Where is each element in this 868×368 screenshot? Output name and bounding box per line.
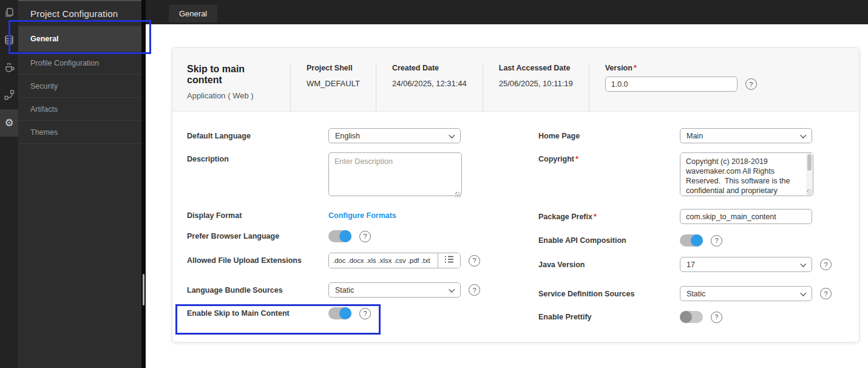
project-shell-block: Project Shell WM_DEFAULT xyxy=(290,64,376,111)
service-definition-sources-label: Service Definition Sources xyxy=(538,290,680,298)
sidebar-item-artifacts[interactable]: Artifacts xyxy=(18,97,141,120)
copyright-textarea[interactable]: Copyright (c) 2018-2019 wavemaker.com Al… xyxy=(680,152,813,196)
top-tab-bar: General xyxy=(146,0,868,24)
display-format-label: Display Format xyxy=(187,211,328,220)
enable-api-composition-toggle[interactable] xyxy=(680,234,703,247)
config-sidebar: Project Configuration General Profile Co… xyxy=(18,0,141,368)
last-accessed-block: Last Accessed Date 25/06/2025, 10:11:19 xyxy=(483,64,589,111)
main-content: Skip to main content Application ( Web )… xyxy=(146,24,868,368)
description-textarea[interactable] xyxy=(328,152,462,196)
rail-item-pages[interactable] xyxy=(0,0,18,27)
help-icon[interactable]: ? xyxy=(469,284,480,296)
prefer-browser-language-row: Prefer Browser Language ? xyxy=(187,230,538,242)
rail-item-workflow[interactable] xyxy=(0,82,18,109)
chevron-down-icon xyxy=(800,132,806,138)
enable-api-composition-label: Enable API Composition xyxy=(538,236,680,245)
enable-api-composition-row: Enable API Composition ? xyxy=(538,234,859,247)
toggle-knob xyxy=(691,234,703,247)
sidebar-item-spacer xyxy=(18,143,141,166)
description-row: Description xyxy=(187,152,538,199)
sidebar-item-security[interactable]: Security xyxy=(18,74,141,97)
copyright-label: Copyright* xyxy=(538,152,680,163)
java-version-select[interactable]: 17 xyxy=(680,257,812,272)
prefer-browser-language-toggle[interactable] xyxy=(328,230,351,242)
description-label: Description xyxy=(187,152,328,163)
created-date-block: Created Date 24/06/2025, 12:31:44 xyxy=(376,64,483,111)
home-page-label: Home Page xyxy=(538,132,680,140)
help-icon[interactable]: ? xyxy=(359,231,371,242)
home-page-select[interactable]: Main xyxy=(680,128,812,143)
tab-general[interactable]: General xyxy=(169,5,217,22)
toggle-knob xyxy=(680,311,692,323)
last-accessed-label: Last Accessed Date xyxy=(499,64,573,72)
enable-skip-to-main-content-row: Enable Skip to Main Content ? xyxy=(187,307,538,319)
service-definition-sources-select[interactable]: Static xyxy=(680,286,812,301)
allowed-extensions-input[interactable] xyxy=(329,253,438,268)
created-date-value: 24/06/2025, 12:31:44 xyxy=(392,79,467,88)
sidebar-item-profile-configuration[interactable]: Profile Configuration xyxy=(18,51,141,74)
help-icon[interactable]: ? xyxy=(359,308,371,319)
java-version-label: Java Version xyxy=(538,261,680,269)
scrollbar-thumb[interactable] xyxy=(807,154,812,171)
resize-grip[interactable] xyxy=(455,192,461,197)
sidebar-item-general[interactable]: General xyxy=(18,26,141,51)
language-bundle-sources-label: Language Bundle Sources xyxy=(187,286,328,295)
allowed-extensions-input-group xyxy=(328,253,461,268)
sidebar-scrollbar[interactable] xyxy=(141,0,146,368)
enable-prettify-label: Enable Prettify xyxy=(538,313,680,321)
database-icon xyxy=(2,33,16,49)
toggle-knob xyxy=(339,230,351,242)
form-column-right: Home Page Main Copyright* Copyright (c) … xyxy=(538,128,859,323)
project-summary-header: Skip to main content Application ( Web )… xyxy=(172,48,859,112)
chevron-down-icon xyxy=(800,290,806,296)
service-definition-sources-row: Service Definition Sources Static ? xyxy=(538,286,859,301)
required-marker: * xyxy=(594,213,597,221)
help-icon[interactable]: ? xyxy=(745,78,757,90)
home-page-row: Home Page Main xyxy=(538,128,859,143)
enable-skip-label: Enable Skip to Main Content xyxy=(187,309,328,318)
language-bundle-sources-select[interactable]: Static xyxy=(328,282,461,298)
last-accessed-value: 25/06/2025, 10:11:19 xyxy=(499,79,573,88)
copyright-row: Copyright* Copyright (c) 2018-2019 wavem… xyxy=(538,152,859,196)
help-icon[interactable]: ? xyxy=(469,255,480,267)
configure-formats-link[interactable]: Configure Formats xyxy=(328,211,396,220)
help-icon[interactable]: ? xyxy=(711,235,722,247)
package-prefix-row: Package Prefix* xyxy=(538,209,859,224)
sidebar-item-themes[interactable]: Themes xyxy=(18,120,141,143)
java-version-row: Java Version 17 ? xyxy=(538,257,859,272)
display-format-row: Display Format Configure Formats xyxy=(187,211,538,220)
project-shell-value: WM_DEFAULT xyxy=(307,79,360,88)
help-icon[interactable]: ? xyxy=(820,259,832,270)
rail-item-java-services[interactable] xyxy=(0,55,18,82)
allowed-extensions-label: Allowed File Upload Extensions xyxy=(187,256,328,265)
textarea-scrollbar[interactable] xyxy=(806,153,813,191)
language-bundle-sources-row: Language Bundle Sources Static ? xyxy=(187,282,538,298)
settings-form: Default Language English Description xyxy=(172,112,859,323)
extensions-list-button[interactable] xyxy=(438,253,460,268)
scrollbar-thumb[interactable] xyxy=(143,274,144,305)
allowed-file-upload-extensions-row: Allowed File Upload Extensions xyxy=(187,253,538,268)
version-input[interactable] xyxy=(605,77,737,92)
rail-item-settings[interactable]: ⚙ xyxy=(0,109,18,137)
enable-prettify-toggle[interactable] xyxy=(680,311,703,323)
package-prefix-input[interactable] xyxy=(680,209,812,224)
java-services-icon xyxy=(2,61,16,77)
settings-gear-icon: ⚙ xyxy=(4,118,13,128)
rail-item-database[interactable] xyxy=(0,27,18,55)
resize-grip[interactable] xyxy=(807,189,812,195)
pages-icon xyxy=(2,6,16,22)
general-settings-card: Skip to main content Application ( Web )… xyxy=(172,47,860,342)
version-label: Version* xyxy=(605,64,843,72)
chevron-down-icon xyxy=(800,261,806,267)
help-icon[interactable]: ? xyxy=(820,288,832,299)
default-language-row: Default Language English xyxy=(187,128,538,143)
enable-skip-to-main-content-toggle[interactable] xyxy=(328,307,351,319)
help-icon[interactable]: ? xyxy=(711,312,722,323)
required-marker: * xyxy=(575,155,578,163)
created-date-label: Created Date xyxy=(392,64,467,72)
required-marker: * xyxy=(634,64,637,72)
chevron-down-icon xyxy=(449,287,455,293)
chevron-down-icon xyxy=(449,132,455,138)
default-language-select[interactable]: English xyxy=(328,128,461,143)
project-shell-label: Project Shell xyxy=(307,64,360,72)
